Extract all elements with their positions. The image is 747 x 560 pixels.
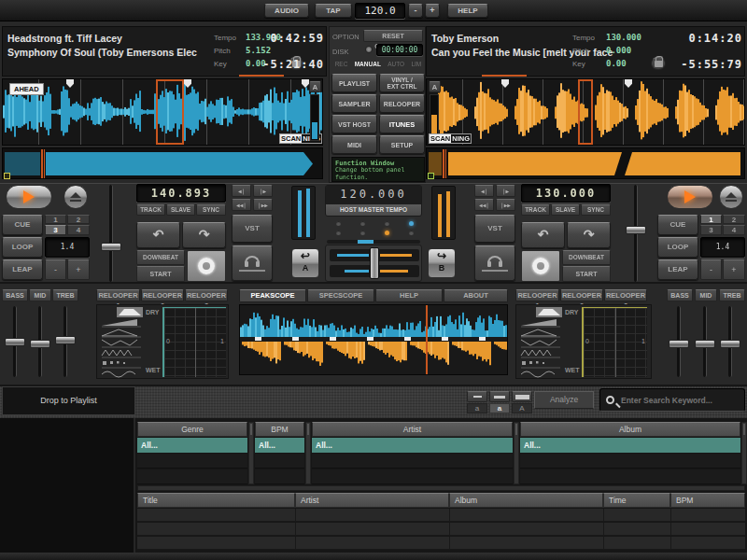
deck-b-leap-button[interactable]: LEAP bbox=[657, 259, 698, 280]
deck-b-loop-button[interactable]: LOOP bbox=[657, 237, 698, 258]
deck-a-eject-button[interactable] bbox=[63, 185, 88, 209]
deck-a-loop-record-button[interactable] bbox=[187, 250, 226, 282]
deck-a-mid-button[interactable]: MID bbox=[29, 289, 51, 301]
hotcue-4-button[interactable]: 4 bbox=[67, 225, 90, 235]
hotcue-4-button[interactable]: 4 bbox=[723, 225, 745, 235]
hotcue-2-button[interactable]: 2 bbox=[67, 215, 90, 224]
mode-manual[interactable]: MANUAL bbox=[355, 61, 381, 71]
tempo-minus-button[interactable]: - bbox=[408, 4, 423, 18]
deck-a-treb-button[interactable]: TREB bbox=[52, 289, 78, 301]
deck-b-play-button[interactable] bbox=[667, 185, 713, 209]
deck-b-sync-button[interactable]: SYNC bbox=[581, 204, 611, 216]
headphone-mix-slider[interactable] bbox=[482, 270, 508, 272]
filter-bpm-scrollbar[interactable] bbox=[305, 422, 311, 484]
deck-a-sync-button[interactable]: SYNC bbox=[196, 204, 226, 216]
hotcue-2-button[interactable]: 2 bbox=[723, 215, 745, 224]
help-button[interactable]: HELP bbox=[447, 4, 488, 18]
fader-handle[interactable] bbox=[626, 226, 646, 234]
mode-rec[interactable]: REC bbox=[335, 61, 348, 71]
mode-auto[interactable]: AUTO bbox=[388, 61, 404, 71]
deck-a-track-button[interactable]: TRACK bbox=[136, 204, 165, 216]
deck-b-bass-button[interactable]: BASS bbox=[667, 289, 693, 301]
deck-a-volume-fader[interactable] bbox=[101, 185, 121, 282]
deck-b-mid-button[interactable]: MID bbox=[695, 289, 717, 301]
filter-album-scrollbar[interactable] bbox=[741, 422, 747, 484]
deck-b-start-button[interactable]: START bbox=[562, 266, 611, 282]
deck-b-nudge-forward-fast-button[interactable]: |▶▶ bbox=[496, 199, 515, 211]
deck-a-cue-button[interactable]: CUE bbox=[2, 215, 43, 235]
audio-button[interactable]: AUDIO bbox=[264, 4, 309, 18]
slider-handle[interactable] bbox=[720, 340, 740, 348]
deck-a-loop-button[interactable]: LOOP bbox=[2, 237, 43, 258]
deck-a-relooper-tab-3[interactable]: RELOOPER 3 bbox=[185, 289, 228, 301]
filter-album-all[interactable]: All... bbox=[520, 438, 740, 453]
table-header-time[interactable]: Time bbox=[603, 493, 670, 508]
hotcue-1-button[interactable]: 1 bbox=[700, 215, 722, 224]
vst-host-button[interactable]: VST HOST bbox=[331, 115, 377, 133]
deck-a-slave-button[interactable]: SLAVE bbox=[166, 204, 195, 216]
filter-bpm-all[interactable]: All... bbox=[255, 438, 304, 453]
mode-lim[interactable]: LIM bbox=[411, 61, 421, 71]
deck-a-nudge-forward-fast-button[interactable]: |▶▶ bbox=[253, 199, 273, 211]
deck-b-slave-button[interactable]: SLAVE bbox=[551, 204, 580, 216]
tempo-plus-button[interactable]: + bbox=[425, 4, 440, 18]
deck-b-nudge-back-fast-button[interactable]: ◀◀| bbox=[474, 199, 494, 211]
deck-a-downbeat-button[interactable]: DOWNBEAT bbox=[136, 250, 185, 265]
deck-b-waveform[interactable]: A SCAN NING bbox=[426, 78, 745, 146]
search-input[interactable] bbox=[621, 396, 739, 405]
slider-handle[interactable] bbox=[30, 340, 50, 348]
deck-a-bass-button[interactable]: BASS bbox=[2, 289, 28, 301]
deck-a-bass-slider[interactable] bbox=[5, 306, 25, 377]
filter-artist-scrollbar[interactable] bbox=[514, 422, 519, 484]
deck-a-relooper-tab-1[interactable]: RELOOPER 1 bbox=[96, 289, 140, 301]
tap-button[interactable]: TAP bbox=[315, 4, 352, 18]
envelope-shape-list[interactable] bbox=[519, 307, 562, 378]
hotcue-3-button[interactable]: 3 bbox=[45, 225, 66, 235]
filter-table-divider[interactable] bbox=[137, 485, 745, 491]
deck-b-loop-record-button[interactable] bbox=[521, 250, 560, 282]
deck-a-start-button[interactable]: START bbox=[136, 266, 185, 282]
row-size-letter-large[interactable]: A bbox=[512, 403, 532, 413]
deck-b-downbeat-button[interactable]: DOWNBEAT bbox=[562, 250, 611, 265]
drop-to-playlist-button[interactable]: Drop to Playlist bbox=[2, 386, 135, 415]
table-header-title[interactable]: Title bbox=[137, 493, 295, 508]
vinyl-ext-ctrl-button[interactable]: VINYL / EXT CTRL bbox=[379, 74, 425, 92]
deck-b-cue-button[interactable]: CUE bbox=[657, 215, 698, 235]
hotcue-3-button[interactable]: 3 bbox=[700, 225, 722, 235]
deck-b-headphone-button[interactable] bbox=[474, 245, 515, 281]
deck-a-overview[interactable] bbox=[2, 147, 323, 179]
deck-a-leap-minus-button[interactable]: - bbox=[45, 259, 66, 280]
scope-tab-peakscope[interactable]: PEAKSCOPE bbox=[239, 289, 306, 302]
deck-b-mid-slider[interactable] bbox=[695, 306, 715, 377]
deck-b-track-button[interactable]: TRACK bbox=[521, 204, 550, 216]
filter-genre-scrollbar[interactable] bbox=[248, 422, 254, 484]
deck-b-treb-slider[interactable] bbox=[720, 306, 740, 377]
table-header-album[interactable]: Album bbox=[449, 493, 603, 508]
filter-bpm-header[interactable]: BPM bbox=[255, 422, 304, 437]
search-box[interactable] bbox=[599, 388, 745, 412]
deck-b-eject-button[interactable] bbox=[719, 185, 743, 209]
filter-genre-header[interactable]: Genre bbox=[137, 422, 247, 437]
deck-b-redo-button[interactable]: ↷ bbox=[567, 222, 611, 248]
envelope-shape-list[interactable] bbox=[100, 307, 143, 378]
deck-a-mid-slider[interactable] bbox=[30, 306, 50, 377]
deck-b-leap-plus-button[interactable]: + bbox=[723, 259, 745, 280]
slider-handle[interactable] bbox=[695, 340, 715, 348]
deck-a-headphone-button[interactable] bbox=[232, 245, 273, 281]
deck-a-relooper-xy-pad[interactable]: 0 1 bbox=[162, 307, 226, 377]
deck-a-vst-button[interactable]: VST bbox=[232, 215, 273, 243]
crossfader[interactable] bbox=[325, 245, 422, 282]
deck-a-nudge-back-button[interactable]: ◀| bbox=[232, 185, 251, 197]
scope-tab-about[interactable]: ABOUT bbox=[444, 289, 508, 302]
deck-a-leap-plus-button[interactable]: + bbox=[67, 259, 90, 280]
scope-tab-help[interactable]: HELP bbox=[375, 289, 443, 302]
scope-tab-specscope[interactable]: SPECSCOPE bbox=[307, 289, 374, 302]
punch-a-button[interactable]: ↩ A bbox=[291, 248, 319, 278]
filter-artist-all[interactable]: All... bbox=[312, 438, 513, 453]
deck-a-corner-button[interactable]: A bbox=[309, 81, 321, 92]
playlist-button[interactable]: PLAYLIST bbox=[331, 74, 377, 92]
filter-artist-header[interactable]: Artist bbox=[312, 422, 513, 437]
row-size-small-button[interactable] bbox=[467, 391, 487, 402]
deck-b-nudge-forward-button[interactable]: |▶ bbox=[496, 185, 515, 197]
crossfader-handle[interactable] bbox=[370, 247, 379, 279]
